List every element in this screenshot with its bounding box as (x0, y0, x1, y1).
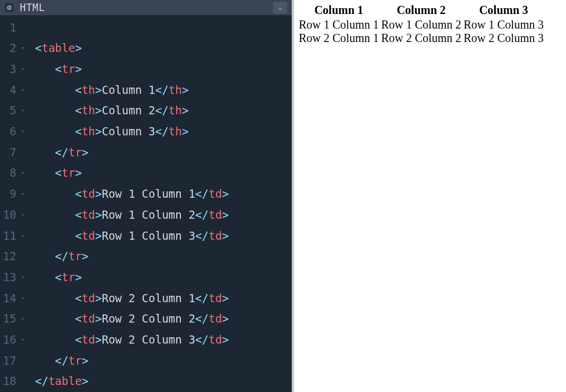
line-number: 17 (3, 351, 16, 372)
code-token-bracket: </ (195, 187, 209, 200)
line-number: 16 (3, 330, 16, 351)
fold-marker-icon[interactable]: ▾ (19, 288, 25, 309)
fold-marker-icon[interactable]: ▾ (19, 100, 25, 121)
code-line[interactable]: </table> (35, 371, 292, 392)
code-token-bracket: > (222, 292, 228, 304)
code-token-bracket: > (95, 208, 102, 221)
gutter-line: 4▾ (0, 80, 25, 101)
code-line[interactable]: </tr> (35, 142, 292, 163)
line-number: 14 (3, 288, 16, 309)
code-token-bracket: < (75, 104, 82, 117)
fold-marker-icon[interactable]: ▾ (19, 226, 25, 247)
code-token-bracket: < (35, 41, 41, 54)
code-token-tag: tr (68, 354, 82, 367)
code-token-bracket: </ (195, 208, 209, 221)
gutter-line: 10▾ (0, 205, 25, 226)
code-token-bracket: < (55, 166, 61, 179)
gutter-line: 7 (0, 142, 25, 163)
code-token-tag: td (82, 229, 95, 242)
gutter-line: 16▾ (0, 330, 25, 351)
code-line[interactable]: <tr> (35, 163, 292, 184)
fold-marker-icon[interactable]: ▾ (19, 163, 25, 184)
code-line[interactable]: <td>Row 2 Column 2</td> (35, 309, 292, 330)
code-line[interactable]: <th>Column 2</th> (35, 100, 292, 121)
fold-marker-icon[interactable]: ▾ (19, 184, 25, 205)
fold-marker-icon[interactable]: ▾ (19, 267, 25, 288)
code-content[interactable]: <table> <tr> <th>Column 1</th> <th>Colum… (29, 18, 292, 392)
gutter-line: 2▾ (0, 38, 25, 59)
gutter-line: 1 (0, 18, 25, 38)
fold-marker-icon[interactable]: ▾ (19, 38, 25, 59)
code-token-tag: td (82, 312, 95, 325)
fold-marker-icon[interactable]: ▾ (19, 59, 25, 80)
line-number: 10 (3, 205, 16, 226)
code-line[interactable]: <td>Row 1 Column 1</td> (35, 184, 292, 205)
gutter-line: 6▾ (0, 121, 25, 142)
code-token-tag: td (208, 333, 222, 346)
table-cell: Row 2 Column 2 (380, 32, 462, 45)
code-line[interactable]: </tr> (35, 246, 292, 267)
gear-icon[interactable]: ⚙ (5, 3, 14, 12)
line-number: 12 (3, 246, 16, 267)
fold-marker-icon[interactable]: ▾ (19, 80, 25, 101)
code-token-bracket: </ (195, 333, 209, 346)
chevron-down-icon: ⌄ (278, 4, 282, 11)
code-token-text: Row 1 Column 1 (102, 187, 195, 200)
code-line[interactable]: <td>Row 2 Column 3</td> (35, 330, 292, 351)
code-area[interactable]: 12▾3▾4▾5▾6▾78▾9▾10▾11▾1213▾14▾15▾16▾1718… (0, 15, 292, 392)
editor-header-left: ⚙ HTML (5, 2, 45, 13)
table-header-row: Column 1Column 2Column 3 (298, 4, 545, 18)
line-number: 13 (3, 267, 16, 288)
code-line[interactable]: <th>Column 3</th> (35, 121, 292, 142)
line-number: 18 (3, 371, 16, 392)
code-token-bracket: > (182, 125, 188, 138)
code-token-tag: tr (68, 146, 82, 159)
code-line[interactable] (35, 18, 292, 38)
fold-marker-icon[interactable]: ▾ (19, 330, 25, 351)
line-number: 2 (4, 38, 16, 59)
gutter-line: 5▾ (0, 100, 25, 121)
code-token-text: Row 2 Column 2 (102, 312, 195, 325)
code-token-bracket: > (95, 125, 102, 138)
code-line[interactable]: <tr> (35, 267, 292, 288)
line-number: 1 (4, 18, 16, 38)
code-token-bracket: < (75, 333, 82, 346)
code-line[interactable]: <th>Column 1</th> (35, 80, 292, 101)
code-token-tag: th (82, 83, 95, 96)
code-line[interactable]: <td>Row 1 Column 3</td> (35, 226, 292, 247)
table-header-cell: Column 2 (380, 4, 462, 18)
code-token-text: Row 2 Column 1 (102, 292, 195, 304)
gutter: 12▾3▾4▾5▾6▾78▾9▾10▾11▾1213▾14▾15▾16▾1718 (0, 18, 29, 392)
code-token-bracket: < (75, 312, 82, 325)
gutter-line: 13▾ (0, 267, 25, 288)
code-line[interactable]: <tr> (35, 59, 292, 80)
code-token-tag: th (169, 104, 182, 117)
code-token-tag: td (208, 292, 222, 304)
code-token-tag: td (208, 208, 222, 221)
code-line[interactable]: <table> (35, 38, 292, 59)
code-line[interactable]: </tr> (35, 351, 292, 372)
table-header-cell: Column 1 (298, 4, 380, 18)
code-token-text: Column 2 (102, 104, 155, 117)
code-token-bracket: </ (55, 354, 68, 367)
table-cell: Row 1 Column 1 (298, 18, 380, 32)
code-token-bracket: > (75, 166, 82, 179)
code-line[interactable]: <td>Row 1 Column 2</td> (35, 205, 292, 226)
fold-marker-icon[interactable]: ▾ (19, 309, 25, 330)
code-token-tag: th (169, 83, 182, 96)
code-token-bracket: < (75, 229, 82, 242)
line-number: 4 (4, 80, 16, 101)
code-token-text: Row 1 Column 2 (102, 208, 195, 221)
code-token-bracket: > (222, 312, 228, 325)
code-line[interactable]: <td>Row 2 Column 1</td> (35, 288, 292, 309)
code-token-bracket: > (95, 83, 102, 96)
code-token-tag: tr (62, 271, 75, 284)
fold-marker-icon[interactable]: ▾ (19, 121, 25, 142)
fold-marker-icon[interactable]: ▾ (19, 205, 25, 226)
line-number: 8 (4, 163, 16, 184)
table-header-cell: Column 3 (463, 4, 545, 18)
editor-dropdown-button[interactable]: ⌄ (273, 2, 287, 13)
code-token-bracket: > (95, 292, 102, 304)
code-token-tag: th (169, 125, 182, 138)
code-token-tag: td (82, 292, 95, 304)
